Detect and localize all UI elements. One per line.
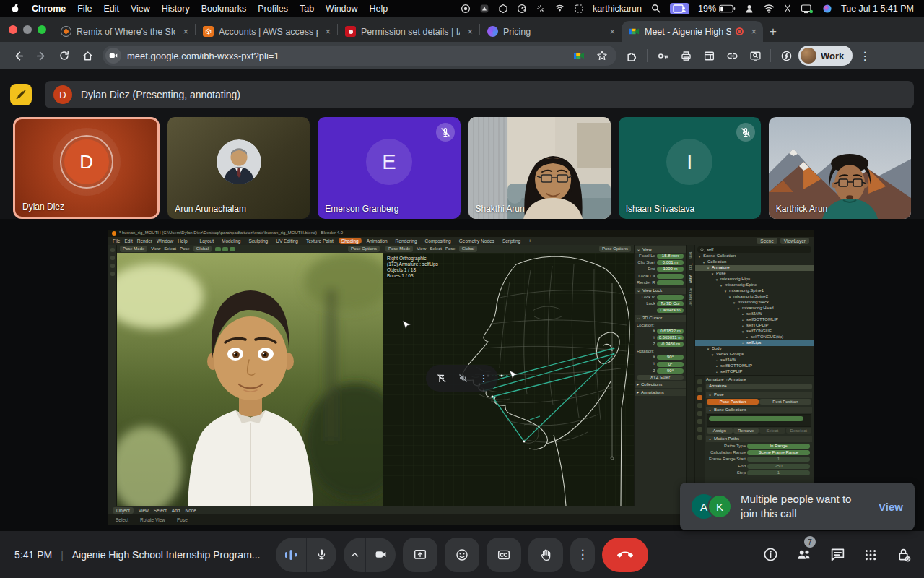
- menubar-item[interactable]: Help: [370, 4, 388, 14]
- breadcrumb-item: Armature: [706, 377, 724, 382]
- breadcrumb-item: Armature: [726, 377, 746, 382]
- outliner-row: ▾Body: [695, 346, 814, 352]
- tab-close-icon[interactable]: ×: [465, 26, 475, 37]
- url-text[interactable]: meet.google.com/ibh-wxxs-pxt?pli=1: [127, 51, 565, 61]
- window-zoom-button[interactable]: [38, 25, 46, 34]
- tile-ishaan-srivastava[interactable]: I Ishaan Srivastava: [619, 117, 761, 219]
- new-tab-button[interactable]: +: [763, 21, 783, 42]
- menubar-item[interactable]: History: [162, 4, 190, 14]
- battery-indicator[interactable]: 19%: [698, 4, 736, 14]
- captions-button[interactable]: [487, 538, 521, 572]
- back-button[interactable]: [7, 45, 29, 66]
- coordinate-row: Z90°: [635, 368, 686, 374]
- apple-menu-icon[interactable]: [10, 3, 20, 14]
- airdrop-icon[interactable]: [554, 4, 565, 14]
- tab-close-icon[interactable]: ×: [180, 26, 191, 37]
- screenshot-app-icon[interactable]: [574, 4, 584, 14]
- tab-capture-icon[interactable]: [570, 47, 588, 64]
- performance-icon[interactable]: [775, 45, 797, 66]
- tile-karthick-arun[interactable]: Karthick Arun: [769, 117, 911, 219]
- copy-link-icon[interactable]: [721, 45, 743, 66]
- pose-options-popover: Pose Options: [348, 246, 380, 251]
- tab-close-icon[interactable]: ×: [749, 26, 759, 37]
- spiral-app-icon[interactable]: [517, 4, 527, 14]
- browser-menu-icon[interactable]: ⋮: [854, 45, 876, 66]
- menubar-item[interactable]: Edit: [103, 4, 119, 14]
- profile-chip[interactable]: Work: [798, 46, 853, 66]
- videocam-icon[interactable]: [365, 538, 396, 572]
- meeting-details-button[interactable]: [763, 547, 778, 562]
- sparkle-icon[interactable]: [536, 4, 546, 14]
- annotation-tool-indicator[interactable]: [10, 84, 32, 105]
- viewport-menu-item: Select: [430, 246, 442, 251]
- chat-panel-button[interactable]: [830, 547, 845, 562]
- menubar-item[interactable]: Tab: [300, 4, 314, 14]
- screen-sharing-indicator[interactable]: [670, 3, 689, 14]
- reading-list-panel-icon[interactable]: [698, 45, 720, 66]
- tab-iam-permission[interactable]: Permission set details | IAM Id×: [338, 21, 479, 42]
- reload-button[interactable]: [53, 45, 75, 66]
- menubar-app-name[interactable]: Chrome: [32, 4, 66, 14]
- tab-aws-accounts[interactable]: Accounts | AWS access porta×: [196, 21, 337, 42]
- tab-close-icon[interactable]: ×: [323, 26, 333, 37]
- passwords-key-icon[interactable]: [652, 45, 674, 66]
- present-screen-button[interactable]: [403, 538, 437, 572]
- leave-call-button[interactable]: [602, 538, 648, 572]
- raise-hand-button[interactable]: [528, 538, 563, 572]
- character-render-view: [117, 253, 383, 506]
- mic-icon[interactable]: [306, 538, 336, 572]
- menubar-item[interactable]: File: [77, 4, 92, 14]
- host-controls-button[interactable]: [896, 547, 911, 562]
- reactions-button[interactable]: [445, 538, 479, 572]
- menubar-item[interactable]: View: [131, 4, 150, 14]
- wifi-icon[interactable]: [763, 4, 775, 13]
- bone-action-button: Assign: [707, 428, 733, 434]
- tile-dylan-diez[interactable]: D Dylan Diez: [13, 117, 160, 219]
- camera-control[interactable]: [344, 538, 396, 572]
- fast-user-switching-icon[interactable]: [744, 4, 754, 14]
- tab-pricing[interactable]: Pricing×: [480, 21, 622, 42]
- tile-emerson-granberg[interactable]: E Emerson Granberg: [318, 117, 460, 219]
- audio-off-icon[interactable]: [458, 373, 468, 384]
- tab-close-icon[interactable]: ×: [607, 26, 617, 37]
- menubar-item[interactable]: Bookmarks: [201, 4, 247, 14]
- print-icon[interactable]: [675, 45, 697, 66]
- requester-avatars: A K: [692, 494, 732, 519]
- collapsed-arrow-icon: ▸: [637, 382, 639, 387]
- menubar-clock[interactable]: Tue Jul 1 5:41 PM: [841, 4, 914, 14]
- unpin-icon[interactable]: [436, 373, 447, 384]
- site-sharing-chip-icon[interactable]: [105, 48, 121, 64]
- screen-mirroring-icon[interactable]: [801, 4, 814, 14]
- outliner-row: •selfJAW: [695, 358, 814, 363]
- home-button[interactable]: [77, 45, 98, 66]
- camera-options-chevron-icon[interactable]: [344, 552, 365, 558]
- bookmark-star-icon[interactable]: [593, 47, 611, 64]
- extensions-icon[interactable]: [621, 45, 642, 66]
- siri-icon[interactable]: [822, 4, 832, 14]
- forward-button[interactable]: [30, 45, 52, 66]
- hexagon-app-icon[interactable]: [498, 4, 508, 14]
- more-options-icon[interactable]: ⋮: [479, 373, 489, 384]
- window-minimize-button[interactable]: [23, 25, 32, 34]
- tile-shakthi-arun[interactable]: Shakthi Arun: [468, 117, 611, 219]
- view-requests-button[interactable]: View: [879, 501, 903, 513]
- screen-search-icon[interactable]: [744, 45, 766, 66]
- tab-sloth[interactable]: Remix of Where's the Sloth?×: [53, 21, 195, 42]
- activities-button[interactable]: [863, 548, 878, 562]
- microphone-control[interactable]: [276, 538, 336, 572]
- tile-arun-arunachalam[interactable]: Arun Arunachalam: [167, 117, 310, 219]
- editor-menu-item: Select: [154, 508, 167, 514]
- menubar-username[interactable]: karthickarun: [593, 4, 642, 14]
- menubar-item[interactable]: Window: [326, 4, 357, 14]
- security-app-icon[interactable]: [479, 4, 489, 14]
- menubar-item[interactable]: Profiles: [258, 4, 288, 14]
- people-panel-button[interactable]: 7: [796, 547, 812, 563]
- more-options-button[interactable]: ⋮: [570, 538, 595, 572]
- record-indicator-icon[interactable]: [461, 4, 471, 14]
- bluetooth-icon[interactable]: [783, 4, 792, 13]
- tab-meet-active[interactable]: Meet - Aigenie High Scho×: [622, 21, 763, 42]
- presenting-banner: D Dylan Diez (Presenting, annotating): [10, 81, 914, 108]
- address-bar[interactable]: meet.google.com/ibh-wxxs-pxt?pli=1: [103, 46, 616, 66]
- spotlight-search-icon[interactable]: [650, 3, 661, 14]
- window-close-button[interactable]: [9, 25, 17, 34]
